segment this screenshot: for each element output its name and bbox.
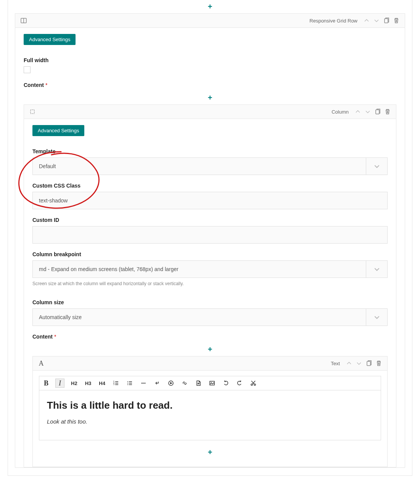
css-class-input[interactable] — [32, 192, 388, 209]
custom-id-input[interactable] — [32, 226, 388, 244]
ol-button[interactable]: 123 — [112, 379, 120, 388]
advanced-settings-button[interactable]: Advanced Settings — [32, 125, 84, 136]
full-width-label: Full width — [24, 57, 396, 63]
svg-rect-5 — [367, 361, 370, 366]
plus-icon: + — [208, 448, 212, 457]
svg-rect-3 — [31, 110, 34, 114]
breakpoint-help: Screen size at which the column will exp… — [32, 281, 388, 286]
move-down-button[interactable] — [365, 109, 371, 115]
plus-icon: + — [208, 345, 212, 354]
add-column-button[interactable]: + — [24, 91, 396, 104]
size-select[interactable]: Automatically size — [32, 308, 388, 326]
required-marker: * — [45, 82, 47, 88]
column-content-label: Content* — [32, 334, 388, 340]
svg-point-24 — [211, 382, 212, 383]
copy-button[interactable] — [366, 360, 372, 366]
hr-button[interactable] — [139, 379, 148, 388]
br-button[interactable] — [153, 379, 161, 388]
add-below-text-button[interactable]: + — [39, 446, 381, 459]
undo-button[interactable] — [222, 379, 230, 388]
delete-button[interactable] — [385, 109, 391, 115]
move-up-button[interactable] — [364, 18, 370, 24]
text-block: A Text — [32, 356, 388, 467]
columns-icon — [21, 18, 27, 24]
svg-rect-2 — [385, 19, 388, 23]
copy-button[interactable] — [375, 109, 381, 115]
bold-button[interactable]: B — [42, 379, 50, 388]
template-value: Default — [33, 158, 366, 175]
svg-text:3: 3 — [113, 383, 114, 385]
italic-button[interactable]: I — [55, 379, 64, 388]
editor-toolbar: B I H2 H3 H4 123 — [39, 376, 381, 390]
text-icon: A — [38, 360, 44, 366]
chevron-down-icon — [366, 158, 387, 175]
row-type-label: Responsive Grid Row — [309, 18, 357, 24]
delete-button[interactable] — [393, 18, 399, 24]
row-header: Responsive Grid Row — [15, 14, 405, 28]
svg-point-16 — [127, 383, 128, 384]
copy-button[interactable] — [383, 18, 389, 24]
svg-point-17 — [127, 384, 128, 385]
required-marker: * — [54, 334, 56, 340]
size-label: Column size — [32, 299, 388, 305]
plus-icon: + — [208, 2, 212, 11]
breakpoint-value: md - Expand on medium screens (tablet, 7… — [33, 261, 366, 278]
template-select[interactable]: Default — [32, 157, 388, 175]
link-button[interactable] — [180, 379, 189, 388]
text-header: A Text — [33, 356, 387, 371]
editor-paragraph: Look at this too. — [47, 418, 373, 425]
h2-button[interactable]: H2 — [70, 379, 79, 388]
breakpoint-select[interactable]: md - Expand on medium screens (tablet, 7… — [32, 260, 388, 278]
column-type-label: Column — [331, 109, 349, 115]
full-width-checkbox[interactable] — [24, 66, 31, 73]
size-value: Automatically size — [33, 309, 366, 326]
custom-id-label: Custom ID — [32, 217, 388, 223]
row-body: Advanced Settings Full width Content* + — [15, 28, 405, 467]
svg-point-15 — [127, 381, 128, 382]
chevron-down-icon — [366, 309, 387, 326]
delete-button[interactable] — [376, 360, 382, 366]
document-button[interactable] — [194, 379, 203, 388]
row-block: Responsive Grid Row Advanced Settings Fu… — [15, 13, 405, 468]
svg-rect-4 — [376, 110, 379, 114]
advanced-settings-button[interactable]: Advanced Settings — [24, 34, 76, 45]
h3-button[interactable]: H3 — [84, 379, 93, 388]
move-up-button[interactable] — [355, 109, 361, 115]
ul-button[interactable] — [126, 379, 134, 388]
chevron-down-icon — [366, 261, 387, 278]
svg-marker-20 — [170, 382, 172, 384]
template-label: Template — [32, 148, 388, 154]
css-class-label: Custom CSS Class — [32, 183, 388, 189]
redo-button[interactable] — [235, 379, 244, 388]
move-down-button[interactable] — [356, 360, 362, 366]
add-text-button[interactable]: + — [32, 343, 388, 356]
row-content-label: Content* — [24, 82, 396, 88]
embed-button[interactable] — [167, 379, 175, 388]
image-button[interactable] — [208, 379, 216, 388]
move-down-button[interactable] — [373, 18, 380, 24]
cut-button[interactable] — [249, 379, 257, 388]
text-type-label: Text — [331, 361, 340, 366]
editor-heading: This is a little hard to read. — [47, 400, 373, 411]
plus-icon: + — [208, 93, 212, 102]
breakpoint-label: Column breakpoint — [32, 251, 388, 257]
move-up-button[interactable] — [346, 360, 352, 366]
column-body: Advanced Settings Template Default Custo… — [24, 119, 396, 467]
column-icon — [29, 109, 35, 115]
h4-button[interactable]: H4 — [98, 379, 106, 388]
editor-content[interactable]: This is a little hard to read. Look at t… — [39, 390, 381, 440]
column-block: Column Advanced Settings Template Defaul… — [24, 104, 396, 467]
add-block-top[interactable]: + — [8, 0, 412, 13]
column-header: Column — [24, 105, 396, 119]
